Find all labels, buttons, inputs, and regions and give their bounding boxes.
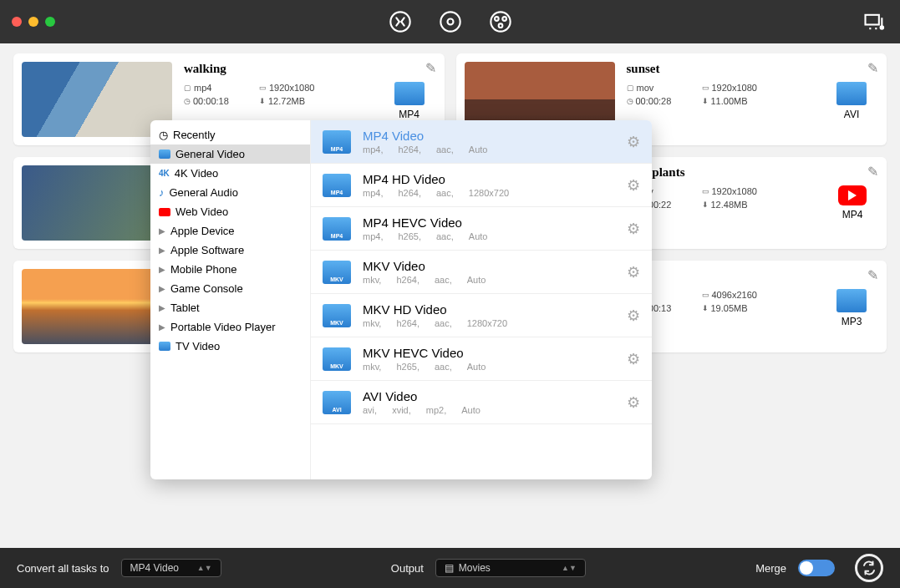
output-format-badge[interactable]: AVI <box>836 82 867 120</box>
format-name: AVI Video <box>363 389 627 403</box>
filesize: ⬇ 19.05MB <box>702 303 802 313</box>
file-ext: ▢ mov <box>627 83 702 93</box>
edit-icon[interactable]: ✎ <box>867 164 878 180</box>
edit-icon[interactable]: ✎ <box>425 60 436 76</box>
chevron-right-icon: ▶ <box>159 303 165 312</box>
category-label: TV Video <box>175 340 220 352</box>
format-icon <box>394 82 425 105</box>
gear-icon[interactable]: ⚙ <box>627 263 640 281</box>
category-item[interactable]: ▶Mobile Phone <box>150 260 310 279</box>
gear-icon[interactable]: ⚙ <box>627 393 640 412</box>
youtube-icon <box>159 208 170 216</box>
edit-icon[interactable]: ✎ <box>867 267 878 283</box>
convert-all-value: MP4 Video <box>130 562 179 574</box>
resolution: ▭ 1920x1080 <box>259 83 359 93</box>
svg-point-3 <box>491 12 510 31</box>
tv-icon <box>159 342 170 351</box>
format-detail: mkv,h264,aac,1280x720 <box>363 318 627 328</box>
category-item[interactable]: ▶Game Console <box>150 279 310 298</box>
window-controls <box>12 17 55 27</box>
category-item[interactable]: 4K4K Video <box>150 164 310 183</box>
category-label: Portable Video Player <box>170 321 276 333</box>
convert-all-select[interactable]: MP4 Video ▲▼ <box>121 559 221 577</box>
category-item[interactable]: ▶Apple Software <box>150 241 310 260</box>
format-text: MKV HEVC Video mkv,h265,aac,Auto <box>363 346 627 372</box>
gear-icon[interactable]: ⚙ <box>627 176 640 195</box>
minimize-window-button[interactable] <box>28 17 38 27</box>
svg-point-4 <box>495 17 499 21</box>
media-library-icon[interactable] <box>862 9 887 34</box>
rip-tab-icon[interactable] <box>438 9 463 34</box>
merge-toggle[interactable] <box>798 560 835 576</box>
duration: ◷ 00:00:28 <box>627 96 702 106</box>
folder-icon: ▤ <box>445 562 454 574</box>
chevron-right-icon: ▶ <box>159 322 165 332</box>
format-option[interactable]: MKV MKV HEVC Video mkv,h265,aac,Auto ⚙ <box>311 337 652 381</box>
format-thumb-icon: MP4 <box>323 174 351 197</box>
format-option[interactable]: AVI AVI Video avi,xvid,mp2,Auto ⚙ <box>311 381 652 424</box>
film-icon <box>159 150 170 159</box>
category-label: General Video <box>175 148 245 160</box>
output-format-label: MP4 <box>394 109 425 120</box>
category-item[interactable]: TV Video <box>150 337 310 356</box>
edit-icon[interactable]: ✎ <box>867 60 878 76</box>
category-label: Apple Device <box>170 225 235 237</box>
svg-point-5 <box>502 17 506 21</box>
video-title: rine-plants <box>627 165 879 180</box>
gear-icon[interactable]: ⚙ <box>627 133 640 151</box>
format-thumb-icon: AVI <box>323 391 351 414</box>
convert-all-label: Convert all tasks to <box>17 562 109 575</box>
category-item[interactable]: Web Video <box>150 202 310 221</box>
format-thumb-icon: MP4 <box>323 217 351 241</box>
close-window-button[interactable] <box>12 17 22 27</box>
output-format-label: MP3 <box>836 316 867 327</box>
bottom-bar: Convert all tasks to MP4 Video ▲▼ Output… <box>0 548 900 588</box>
format-name: MKV HD Video <box>363 302 627 317</box>
format-option[interactable]: MKV MKV Video mkv,h264,aac,Auto ⚙ <box>311 251 652 294</box>
category-item[interactable]: ♪General Audio <box>150 183 310 202</box>
category-label: Web Video <box>175 205 228 218</box>
resolution: ▭ 1920x1080 <box>702 186 802 196</box>
output-format-badge[interactable]: MP3 <box>836 289 867 327</box>
format-option[interactable]: MP4 MP4 HD Video mp4,h264,aac,1280x720 ⚙ <box>311 164 652 207</box>
format-name: MKV Video <box>363 259 627 273</box>
format-thumb-icon: MKV <box>323 347 351 371</box>
start-convert-button[interactable] <box>855 554 883 582</box>
format-text: MP4 HEVC Video mp4,h265,aac,Auto <box>363 215 627 241</box>
maximize-window-button[interactable] <box>45 17 55 27</box>
format-option[interactable]: MKV MKV HD Video mkv,h264,aac,1280x720 ⚙ <box>311 294 652 337</box>
category-item[interactable]: ▶Portable Video Player <box>150 317 310 337</box>
category-item[interactable]: ▶Tablet <box>150 298 310 317</box>
top-tabs <box>388 9 513 34</box>
format-detail: mp4,h264,aac,1280x720 <box>363 188 627 198</box>
file-ext: ▢ mp4 <box>184 83 259 93</box>
format-name: MKV HEVC Video <box>363 346 627 360</box>
chevron-right-icon: ▶ <box>159 226 165 236</box>
gear-icon[interactable]: ⚙ <box>627 307 640 325</box>
output-format-badge[interactable]: MP4 <box>838 185 867 220</box>
category-item[interactable]: ▶Apple Device <box>150 221 310 241</box>
category-item[interactable]: ◷Recently <box>150 125 310 144</box>
svg-rect-7 <box>866 15 879 25</box>
gear-icon[interactable]: ⚙ <box>627 220 640 238</box>
format-category-sidebar: ◷RecentlyGeneral Video4K4K Video♪General… <box>150 120 311 479</box>
clock-icon: ◷ <box>159 129 168 141</box>
output-folder-select[interactable]: ▤ Movies ▲▼ <box>435 559 586 577</box>
format-detail: avi,xvid,mp2,Auto <box>363 405 627 415</box>
output-format-badge[interactable]: MP4 <box>394 82 425 120</box>
format-name: MP4 HEVC Video <box>363 215 627 230</box>
category-label: Recently <box>173 129 216 141</box>
format-text: MP4 Video mp4,h264,aac,Auto <box>363 129 627 155</box>
category-label: Apple Software <box>170 244 244 256</box>
video-thumbnail <box>22 269 172 344</box>
category-item[interactable]: General Video <box>150 144 310 164</box>
format-option[interactable]: MP4 MP4 HEVC Video mp4,h265,aac,Auto ⚙ <box>311 207 652 251</box>
format-text: MKV Video mkv,h264,aac,Auto <box>363 259 627 285</box>
format-option[interactable]: MP4 MP4 Video mp4,h264,aac,Auto ⚙ <box>311 120 652 164</box>
format-list: MP4 MP4 Video mp4,h264,aac,Auto ⚙ MP4 MP… <box>311 120 652 479</box>
movie-tab-icon[interactable] <box>488 9 513 34</box>
video-thumbnail <box>22 165 172 241</box>
convert-tab-icon[interactable] <box>388 9 413 34</box>
format-detail: mkv,h265,aac,Auto <box>363 362 627 372</box>
gear-icon[interactable]: ⚙ <box>627 350 640 368</box>
